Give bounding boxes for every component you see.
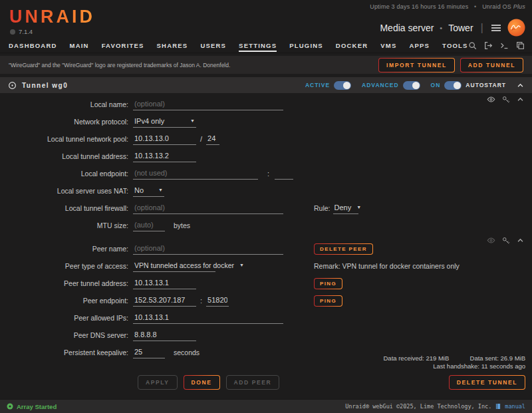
mtu-row: MTU size: bytes [0, 217, 532, 234]
nat-select[interactable]: No ▼ [133, 186, 164, 197]
notice-bar: "WireGuard" and the "WireGuard" logo are… [0, 56, 532, 74]
peer-name-row: Peer name: DELETE PEER [0, 240, 532, 257]
manual-link[interactable]: manual [505, 403, 525, 410]
nav-item-apps[interactable]: APPS [409, 40, 430, 52]
advanced-toggle[interactable] [403, 81, 420, 90]
local-name-row: Local name: [0, 96, 532, 113]
last-handshake-label: Last handshake: [433, 362, 479, 370]
active-toggle[interactable] [334, 81, 351, 90]
nav-item-dashboard[interactable]: DASHBOARD [9, 40, 57, 52]
add-peer-button[interactable]: ADD PEER [226, 375, 280, 390]
peer-stats: Data received: 219 MiB Data sent: 26.9 M… [0, 354, 532, 370]
peer-allowed-ips-row: Peer allowed IPs: [0, 309, 532, 327]
network-pool-label: Local tunnel network pool: [0, 135, 133, 143]
peer-access-select[interactable]: VPN tunneled access for docker ▼ [133, 261, 215, 272]
key-icon[interactable] [502, 96, 510, 104]
nat-label: Local server uses NAT: [0, 187, 133, 195]
collapse-peer-icon[interactable] [517, 237, 524, 244]
array-started-icon [7, 403, 13, 410]
peer-config-block: Peer name: DELETE PEER Peer type of acce… [0, 236, 532, 361]
uptime-separator: • [474, 3, 476, 10]
manual-book-icon [495, 403, 501, 410]
peer-endpoint-port-input[interactable] [206, 295, 229, 307]
copy-icon[interactable] [516, 41, 525, 50]
nav-item-plugins[interactable]: PLUGINS [289, 40, 323, 52]
server-name[interactable]: Tower [448, 23, 473, 33]
nav-item-favorites[interactable]: FAVORITES [102, 40, 144, 52]
autostart-toggle[interactable] [444, 81, 462, 90]
peer-allowed-ips-label: Peer allowed IPs: [0, 314, 133, 322]
nav-item-tools[interactable]: TOOLS [442, 40, 468, 52]
local-address-label: Local tunnel address: [0, 152, 133, 160]
local-address-input[interactable] [133, 151, 196, 162]
tunnel-section-header[interactable]: Tunnel wg0 ACTIVE ADVANCED ON AUTOSTART [0, 77, 532, 93]
last-handshake-value: 11 seconds ago [481, 362, 525, 370]
peer-access-value: VPN tunneled access for docker [134, 261, 234, 269]
firewall-rule-group: Rule: Deny ▼ [314, 203, 358, 214]
peer-access-row: Peer type of access: VPN tunneled access… [0, 257, 532, 275]
network-pool-mask-input[interactable] [206, 134, 219, 145]
terminal-icon[interactable] [500, 41, 509, 50]
delete-peer-button[interactable]: DELETE PEER [314, 243, 373, 255]
local-name-input[interactable] [133, 99, 283, 110]
network-protocol-label: Network protocol: [0, 118, 133, 126]
delete-tunnel-button[interactable]: DELETE TUNNEL [449, 375, 525, 390]
nav-item-main[interactable]: MAIN [70, 40, 89, 52]
sign-out-icon[interactable] [484, 41, 493, 50]
done-button[interactable]: DONE [184, 375, 220, 390]
peer-endpoint-row: Peer endpoint: : PING [0, 292, 532, 309]
nav-item-docker[interactable]: DOCKER [336, 40, 368, 52]
peer-allowed-ips-input[interactable] [133, 313, 283, 324]
collapse-section-icon[interactable] [517, 82, 524, 89]
unraid-logo[interactable]: UNRAID [9, 7, 95, 27]
local-endpoint-port-input[interactable] [275, 168, 293, 180]
mtu-suffix: bytes [174, 221, 190, 229]
network-pool-input[interactable] [133, 134, 196, 145]
peer-dns-input[interactable] [133, 330, 196, 341]
nav-item-users[interactable]: USERS [200, 40, 226, 52]
uptime-text: Uptime 3 days 16 hours 16 minutes [370, 3, 468, 10]
apply-button[interactable]: APPLY [138, 375, 178, 390]
server-separator: • [440, 24, 442, 32]
network-protocol-value: IPv4 only [134, 117, 164, 125]
firewall-row: Local tunnel firewall: Rule: Deny ▼ [0, 200, 532, 217]
search-icon[interactable] [468, 41, 477, 50]
network-pool-row: Local tunnel network pool: / [0, 130, 532, 148]
peer-endpoint-label: Peer endpoint: [0, 297, 133, 305]
avatar[interactable] [507, 19, 525, 37]
network-protocol-select[interactable]: IPv4 only ▼ [133, 116, 196, 128]
firewall-rule-select[interactable]: Deny ▼ [333, 203, 358, 214]
footer-right: Unraid® webGui ©2025, Lime Technology, I… [345, 403, 525, 410]
navbar: DASHBOARD MAIN FAVORITES SHARES USERS SE… [0, 39, 532, 53]
view-config-icon[interactable] [487, 95, 495, 104]
collapse-local-icon[interactable] [517, 96, 524, 103]
firewall-input[interactable] [133, 203, 283, 214]
add-tunnel-button[interactable]: ADD TUNNEL [460, 58, 523, 72]
ping-address-button[interactable]: PING [314, 278, 342, 289]
nat-row: Local server uses NAT: No ▼ [0, 182, 532, 200]
peer-address-row: Peer tunnel address: PING [0, 275, 532, 292]
peer-access-remark: Remark: VPN tunnel for docker containers… [314, 262, 460, 270]
hamburger-menu-icon[interactable] [491, 24, 501, 32]
header: Uptime 3 days 16 hours 16 minutes • Unra… [0, 0, 532, 39]
peer-endpoint-input[interactable] [133, 295, 196, 307]
local-config-block: Local name: Network protocol: IPv4 only … [0, 93, 532, 234]
view-peer-config-icon[interactable] [487, 236, 495, 245]
nat-value: No [134, 186, 144, 194]
ping-endpoint-button[interactable]: PING [314, 295, 342, 307]
local-endpoint-input[interactable] [133, 168, 258, 180]
copyright-text: Unraid® webGui ©2025, Lime Technology, I… [345, 403, 491, 410]
import-tunnel-button[interactable]: IMPORT TUNNEL [378, 58, 455, 72]
nav-item-shares[interactable]: SHARES [157, 40, 188, 52]
peer-key-icon[interactable] [502, 237, 510, 245]
mtu-input[interactable] [133, 220, 165, 231]
nav-item-settings[interactable]: SETTINGS [239, 40, 277, 52]
array-status: Array Started [7, 403, 57, 410]
account-area: Media server • Tower | [380, 19, 525, 37]
version-info: 7.1.4 [10, 28, 33, 35]
peer-address-input[interactable] [133, 278, 196, 289]
nav-icons: ? [468, 41, 532, 50]
peer-name-input[interactable] [133, 243, 283, 255]
firewall-rule-value: Deny [334, 204, 352, 211]
nav-item-vms[interactable]: VMS [380, 40, 396, 52]
